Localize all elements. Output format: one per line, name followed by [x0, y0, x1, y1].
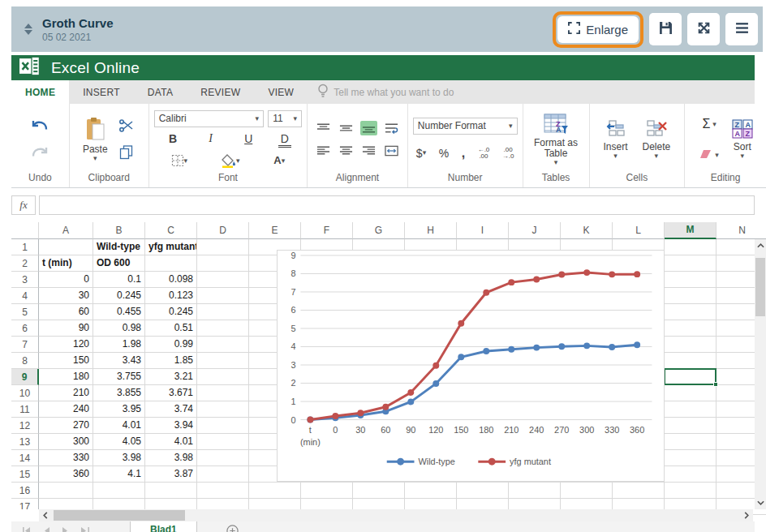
tell-me-box[interactable]: Tell me what you want to do [308, 80, 454, 104]
tab-review[interactable]: REVIEW [187, 80, 254, 104]
cell-D12[interactable] [197, 418, 249, 434]
cell-M5[interactable] [665, 304, 717, 320]
cell-B16[interactable] [93, 483, 145, 499]
cell-B7[interactable]: 1.98 [93, 337, 145, 353]
cell-C2[interactable] [145, 255, 197, 272]
prev-sheet-icon[interactable] [44, 523, 49, 532]
merge-center-button[interactable] [383, 144, 400, 158]
row-header-15[interactable]: 15 [11, 466, 39, 483]
selected-cell-outline[interactable] [664, 368, 717, 385]
row-header-5[interactable]: 5 [11, 304, 39, 320]
menu-button[interactable] [725, 13, 758, 45]
row-header-6[interactable]: 6 [11, 320, 39, 337]
row-header-2[interactable]: 2 [11, 255, 39, 272]
cell-D7[interactable] [197, 337, 249, 353]
cell-M8[interactable] [665, 353, 717, 369]
cell-C13[interactable]: 4.01 [145, 434, 197, 450]
next-sheet-icon[interactable] [62, 523, 68, 532]
row-header-11[interactable]: 11 [11, 401, 39, 418]
sort-button[interactable]: Z A A Z Sort ▾ [732, 119, 753, 160]
formula-input[interactable] [39, 195, 755, 215]
column-header-K[interactable]: K [561, 222, 613, 239]
font-color-button[interactable]: A ▾ [272, 154, 286, 167]
cell-A4[interactable]: 30 [39, 288, 93, 304]
cell-D9[interactable] [197, 369, 249, 385]
cell-C9[interactable]: 3.21 [145, 369, 197, 385]
save-button[interactable] [649, 13, 682, 45]
cell-B6[interactable]: 0.98 [93, 320, 145, 337]
cell-A14[interactable]: 330 [39, 450, 93, 466]
wrap-text-button[interactable] [383, 121, 400, 135]
cell-K16[interactable] [561, 483, 613, 499]
cell-D3[interactable] [197, 272, 249, 288]
cell-C14[interactable]: 3.98 [145, 450, 197, 466]
bold-button[interactable]: B [165, 132, 181, 148]
cell-C3[interactable]: 0.098 [145, 272, 197, 288]
cell-M14[interactable] [665, 450, 717, 466]
cell-D6[interactable] [197, 320, 249, 337]
cell-B11[interactable]: 3.95 [93, 401, 145, 418]
last-sheet-icon[interactable] [81, 523, 89, 532]
row-header-9[interactable]: 9 [11, 369, 39, 385]
column-header-M[interactable]: M [665, 222, 717, 239]
horizontal-scrollbar[interactable] [11, 509, 753, 521]
row-header-12[interactable]: 12 [11, 418, 39, 434]
format-as-table-button[interactable]: Format as Table ▾ [527, 138, 585, 166]
cell-D8[interactable] [197, 353, 249, 369]
cell-C7[interactable]: 0.99 [145, 337, 197, 353]
column-header-C[interactable]: C [145, 222, 197, 239]
row-header-7[interactable]: 7 [11, 337, 39, 353]
cell-D4[interactable] [197, 288, 249, 304]
align-left-button[interactable] [315, 144, 332, 158]
cell-B2[interactable]: OD 600 [93, 255, 145, 272]
cell-D1[interactable] [197, 239, 249, 255]
cell-L16[interactable] [613, 483, 665, 499]
cell-B4[interactable]: 0.245 [93, 288, 145, 304]
cell-D5[interactable] [197, 304, 249, 320]
clear-button[interactable]: ▾ [698, 146, 721, 164]
fill-color-button[interactable]: ▾ [220, 152, 242, 169]
cell-C12[interactable]: 3.94 [145, 418, 197, 434]
borders-button[interactable]: ▾ [170, 152, 190, 169]
cell-G16[interactable] [353, 483, 405, 499]
tab-insert[interactable]: INSERT [69, 80, 134, 104]
undo-button[interactable] [29, 118, 50, 135]
cell-M2[interactable] [665, 255, 717, 272]
column-header-G[interactable]: G [353, 222, 405, 239]
delete-cells-button[interactable]: Delete ▾ [643, 119, 671, 160]
row-header-10[interactable]: 10 [11, 385, 39, 401]
redo-button[interactable] [29, 144, 50, 161]
cell-C5[interactable]: 0.245 [145, 304, 197, 320]
align-right-button[interactable] [360, 144, 377, 158]
fill-handle[interactable] [713, 382, 718, 387]
cell-A3[interactable]: 0 [39, 272, 93, 288]
cell-D16[interactable] [197, 483, 249, 499]
column-header-J[interactable]: J [509, 222, 561, 239]
vertical-scroll-thumb[interactable] [755, 258, 765, 316]
cell-C11[interactable]: 3.74 [145, 401, 197, 418]
paste-button[interactable]: Paste ▾ [83, 117, 108, 162]
insert-cells-button[interactable]: Insert ▾ [604, 119, 628, 160]
column-header-A[interactable]: A [39, 222, 93, 239]
cell-M15[interactable] [665, 466, 717, 483]
scroll-down-arrow[interactable] [755, 496, 766, 509]
cell-A1[interactable] [39, 239, 93, 255]
align-top-button[interactable] [315, 121, 332, 135]
row-header-1[interactable]: 1 [11, 239, 39, 255]
copy-button[interactable] [118, 144, 135, 161]
cell-B15[interactable]: 4.1 [93, 466, 145, 483]
cell-M6[interactable] [665, 320, 717, 337]
cell-C16[interactable] [145, 483, 197, 499]
cell-D10[interactable] [197, 385, 249, 401]
cell-A16[interactable] [39, 483, 93, 499]
column-header-F[interactable]: F [301, 222, 353, 239]
cell-A2[interactable]: t (min) [39, 255, 93, 272]
cell-M11[interactable] [665, 401, 717, 418]
cell-M3[interactable] [665, 272, 717, 288]
cell-D2[interactable] [197, 255, 249, 272]
cell-B14[interactable]: 3.98 [93, 450, 145, 466]
align-center-button[interactable] [338, 144, 355, 158]
cell-B10[interactable]: 3.855 [93, 385, 145, 401]
cell-E16[interactable] [249, 483, 301, 499]
cell-A7[interactable]: 120 [39, 337, 93, 353]
